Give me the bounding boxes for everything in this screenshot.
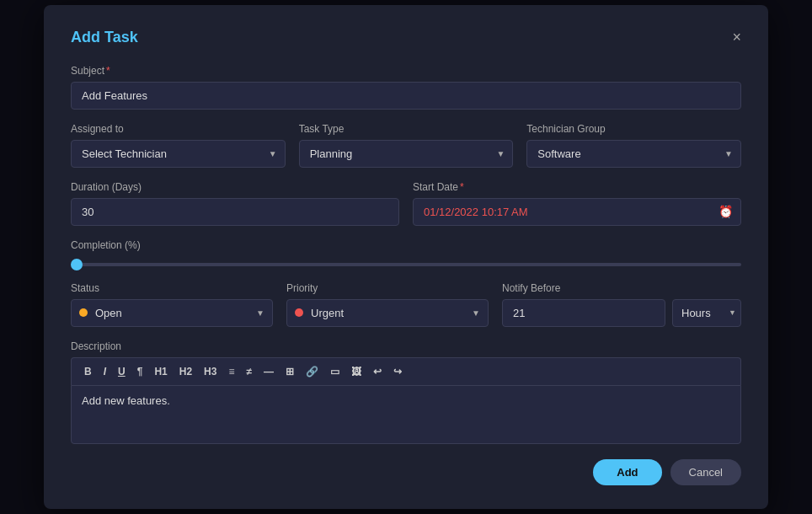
tasktype-select-wrapper: Planning Development Testing Deployment …	[299, 140, 514, 168]
techgroup-section: Technician Group Software Hardware Netwo…	[526, 123, 741, 168]
notify-unit-select[interactable]: Hours Days Minutes	[672, 299, 741, 327]
italic-button[interactable]: I	[99, 363, 110, 381]
modal-header: Add Task ×	[71, 29, 741, 46]
startdate-section: Start Date* ⏰	[413, 181, 741, 226]
startdate-input[interactable]	[413, 198, 741, 226]
duration-section: Duration (Days)	[71, 181, 399, 226]
h1-button[interactable]: H1	[150, 363, 171, 381]
underline-button[interactable]: U	[114, 363, 130, 381]
undo-button[interactable]: ↩	[369, 363, 386, 381]
editor-toolbar: B I U ¶ H1 H2 H3 ≡ ≠ — ⊞ 🔗 ▭ 🖼 ↩ ↪	[71, 357, 741, 386]
status-select[interactable]: Open In Progress Closed	[71, 299, 273, 327]
completion-label: Completion (%)	[71, 239, 741, 251]
completion-slider-container	[71, 256, 741, 269]
priority-label: Priority	[286, 282, 489, 294]
add-button[interactable]: Add	[593, 459, 661, 485]
hr-button[interactable]: —	[259, 363, 278, 381]
paragraph-button[interactable]: ¶	[133, 363, 147, 381]
subject-label: Subject*	[71, 65, 741, 77]
notify-row: Hours Days Minutes ▼	[502, 299, 741, 327]
status-label: Status	[71, 282, 273, 294]
techgroup-label: Technician Group	[526, 123, 741, 135]
modal-overlay: Add Task × Subject* Assigned to Select T…	[0, 0, 812, 514]
desc-label: Description	[71, 340, 741, 352]
add-task-modal: Add Task × Subject* Assigned to Select T…	[44, 5, 768, 510]
row-duration-startdate: Duration (Days) Start Date* ⏰	[71, 181, 741, 226]
embed-button[interactable]: ▭	[326, 363, 344, 381]
techgroup-select[interactable]: Software Hardware Network Support	[526, 140, 741, 168]
startdate-wrapper: ⏰	[413, 198, 741, 226]
row-assigned-tasktype-group: Assigned to Select Technician ▼ Task Typ…	[71, 123, 741, 168]
tasktype-select[interactable]: Planning Development Testing Deployment	[299, 140, 514, 168]
completion-slider[interactable]	[71, 263, 741, 266]
ul-button[interactable]: ≡	[224, 363, 238, 381]
row-status-priority-notify: Status Open In Progress Closed ▼ Priorit…	[71, 282, 741, 327]
notify-unit-wrapper: Hours Days Minutes ▼	[672, 299, 741, 327]
completion-section: Completion (%)	[71, 239, 741, 269]
tasktype-label: Task Type	[299, 123, 514, 135]
bold-button[interactable]: B	[80, 363, 96, 381]
assigned-select-wrapper: Select Technician ▼	[71, 140, 286, 168]
table-button[interactable]: ⊞	[281, 363, 298, 381]
cancel-button[interactable]: Cancel	[670, 459, 741, 485]
priority-select-wrapper: Urgent High Medium Low ▼	[286, 299, 489, 327]
notify-section: Notify Before Hours Days Minutes ▼	[502, 282, 741, 327]
image-button[interactable]: 🖼	[347, 363, 366, 381]
priority-select[interactable]: Urgent High Medium Low	[286, 299, 489, 327]
startdate-label: Start Date*	[413, 181, 741, 193]
description-text: Add new features.	[82, 394, 170, 407]
notify-label: Notify Before	[502, 282, 741, 294]
duration-input[interactable]	[71, 198, 399, 226]
ol-button[interactable]: ≠	[242, 363, 256, 381]
priority-section: Priority Urgent High Medium Low ▼	[286, 282, 489, 327]
assigned-section: Assigned to Select Technician ▼	[71, 123, 286, 168]
subject-input[interactable]	[71, 82, 741, 110]
redo-button[interactable]: ↪	[389, 363, 406, 381]
h3-button[interactable]: H3	[200, 363, 221, 381]
assigned-label: Assigned to	[71, 123, 286, 135]
modal-title: Add Task	[71, 29, 138, 46]
description-section: Description B I U ¶ H1 H2 H3 ≡ ≠ — ⊞ 🔗 ▭…	[71, 340, 741, 445]
assigned-select[interactable]: Select Technician	[71, 140, 286, 168]
h2-button[interactable]: H2	[175, 363, 196, 381]
modal-footer: Add Cancel	[71, 459, 741, 485]
tasktype-section: Task Type Planning Development Testing D…	[299, 123, 514, 168]
status-section: Status Open In Progress Closed ▼	[71, 282, 273, 327]
status-select-wrapper: Open In Progress Closed ▼	[71, 299, 273, 327]
duration-label: Duration (Days)	[71, 181, 399, 193]
subject-section: Subject*	[71, 65, 741, 110]
techgroup-select-wrapper: Software Hardware Network Support ▼	[526, 140, 741, 168]
notify-input[interactable]	[502, 299, 665, 327]
link-button[interactable]: 🔗	[302, 363, 323, 381]
description-editor[interactable]: Add new features.	[71, 385, 741, 444]
close-button[interactable]: ×	[732, 29, 741, 45]
